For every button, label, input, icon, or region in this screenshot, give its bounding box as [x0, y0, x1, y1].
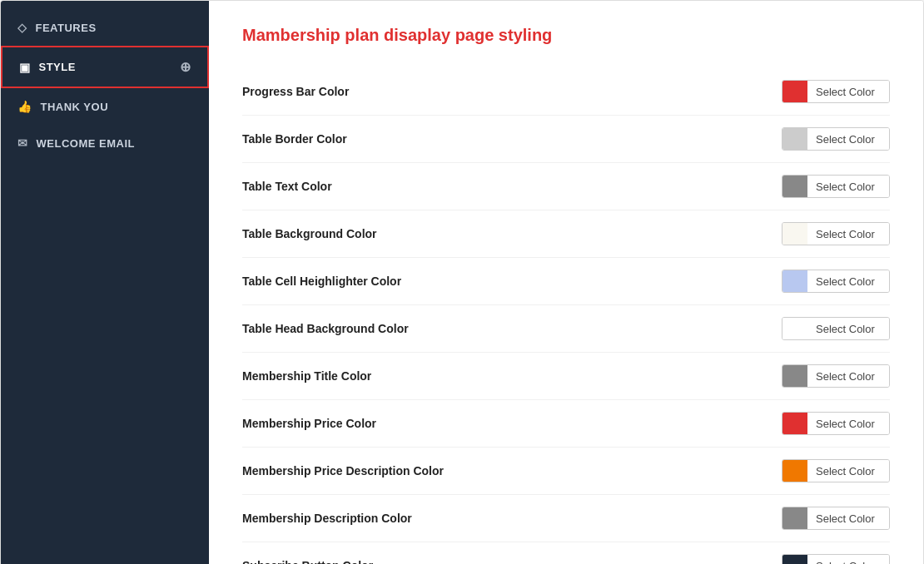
add-icon-style[interactable]: ⊕ — [180, 59, 191, 75]
select-color-label-table-border-color: Select Color — [807, 128, 889, 150]
color-label-membership-description-color: Membership Description Color — [242, 512, 782, 525]
color-swatch-table-head-background-color — [782, 318, 807, 339]
main-content: Mambership plan disaplay page styling Pr… — [209, 1, 923, 564]
color-row-table-border-color: Table Border ColorSelect Color — [242, 116, 890, 163]
color-label-membership-price-color: Membership Price Color — [242, 417, 782, 430]
features-icon: ◇ — [17, 21, 27, 34]
app-container: ◇FEATURES▣STYLE⊕👍THANK YOU✉WELCOME EMAIL… — [0, 0, 924, 564]
select-color-label-subscribe-button-color: Select Color — [807, 555, 889, 564]
color-label-subscribe-button-color: Subscribe Button Color — [242, 559, 782, 564]
color-swatch-progress-bar-color — [782, 81, 807, 102]
select-color-label-membership-price-color: Select Color — [807, 413, 889, 434]
select-color-label-membership-price-description-color: Select Color — [807, 460, 889, 482]
color-label-progress-bar-color: Progress Bar Color — [242, 85, 782, 98]
select-color-label-table-cell-highlighter-color: Select Color — [807, 270, 889, 292]
select-color-label-table-background-color: Select Color — [807, 223, 889, 245]
color-picker-btn-table-head-background-color[interactable]: Select Color — [782, 317, 890, 340]
sidebar-item-style[interactable]: ▣STYLE⊕ — [1, 46, 209, 88]
color-row-membership-price-color: Membership Price ColorSelect Color — [242, 400, 890, 448]
color-label-membership-title-color: Membership Title Color — [242, 369, 782, 383]
color-picker-btn-progress-bar-color[interactable]: Select Color — [782, 80, 890, 103]
color-label-table-border-color: Table Border Color — [242, 132, 782, 146]
color-picker-btn-membership-description-color[interactable]: Select Color — [782, 507, 890, 530]
color-label-table-cell-highlighter-color: Table Cell Heighlighter Color — [242, 275, 782, 288]
color-swatch-membership-description-color — [782, 507, 807, 529]
color-row-table-cell-highlighter-color: Table Cell Heighlighter ColorSelect Colo… — [242, 258, 890, 305]
color-row-membership-price-description-color: Membership Price Description ColorSelect… — [242, 448, 890, 495]
sidebar-item-label-thank-you: THANK YOU — [41, 101, 109, 113]
color-picker-btn-table-cell-highlighter-color[interactable]: Select Color — [782, 270, 890, 293]
select-color-label-membership-description-color: Select Color — [807, 507, 889, 529]
color-picker-btn-table-text-color[interactable]: Select Color — [782, 175, 890, 198]
color-picker-btn-membership-title-color[interactable]: Select Color — [782, 364, 890, 388]
color-picker-btn-membership-price-description-color[interactable]: Select Color — [782, 459, 890, 482]
welcome-email-icon: ✉ — [17, 136, 28, 150]
color-row-membership-title-color: Membership Title ColorSelect Color — [242, 353, 890, 400]
sidebar: ◇FEATURES▣STYLE⊕👍THANK YOU✉WELCOME EMAIL — [1, 1, 209, 564]
sidebar-item-welcome-email[interactable]: ✉WELCOME EMAIL — [1, 125, 209, 161]
color-label-table-head-background-color: Table Head Background Color — [242, 322, 782, 335]
thank-you-icon: 👍 — [17, 100, 32, 113]
color-row-table-text-color: Table Text ColorSelect Color — [242, 163, 890, 210]
select-color-label-table-head-background-color: Select Color — [807, 318, 889, 339]
color-label-membership-price-description-color: Membership Price Description Color — [242, 464, 782, 477]
select-color-label-table-text-color: Select Color — [807, 176, 889, 197]
color-label-table-text-color: Table Text Color — [242, 180, 782, 193]
sidebar-item-label-style: STYLE — [39, 61, 76, 73]
color-label-table-background-color: Table Background Color — [242, 227, 782, 240]
color-swatch-table-border-color — [782, 128, 807, 150]
sidebar-item-label-features: FEATURES — [36, 22, 97, 34]
color-row-table-head-background-color: Table Head Background ColorSelect Color — [242, 305, 890, 353]
style-icon: ▣ — [19, 61, 31, 74]
color-swatch-table-text-color — [782, 176, 807, 197]
color-swatch-membership-price-color — [782, 413, 807, 434]
color-row-table-background-color: Table Background ColorSelect Color — [242, 210, 890, 258]
color-swatch-subscribe-button-color — [782, 555, 807, 564]
page-title: Mambership plan disaplay page styling — [242, 26, 890, 45]
color-picker-btn-subscribe-button-color[interactable]: Select Color — [782, 554, 890, 564]
color-picker-btn-membership-price-color[interactable]: Select Color — [782, 412, 890, 435]
color-row-membership-description-color: Membership Description ColorSelect Color — [242, 495, 890, 542]
color-swatch-table-background-color — [782, 223, 807, 245]
color-row-progress-bar-color: Progress Bar ColorSelect Color — [242, 68, 890, 116]
select-color-label-progress-bar-color: Select Color — [807, 81, 889, 102]
sidebar-item-label-welcome-email: WELCOME EMAIL — [37, 137, 135, 150]
color-rows-container: Progress Bar ColorSelect ColorTable Bord… — [242, 68, 890, 564]
sidebar-item-features[interactable]: ◇FEATURES — [1, 9, 209, 46]
sidebar-item-thank-you[interactable]: 👍THANK YOU — [1, 88, 209, 125]
select-color-label-membership-title-color: Select Color — [807, 365, 889, 387]
color-row-subscribe-button-color: Subscribe Button ColorSelect Color — [242, 542, 890, 564]
color-swatch-table-cell-highlighter-color — [782, 270, 807, 292]
color-picker-btn-table-border-color[interactable]: Select Color — [782, 127, 890, 151]
color-picker-btn-table-background-color[interactable]: Select Color — [782, 222, 890, 245]
color-swatch-membership-title-color — [782, 365, 807, 387]
color-swatch-membership-price-description-color — [782, 460, 807, 482]
